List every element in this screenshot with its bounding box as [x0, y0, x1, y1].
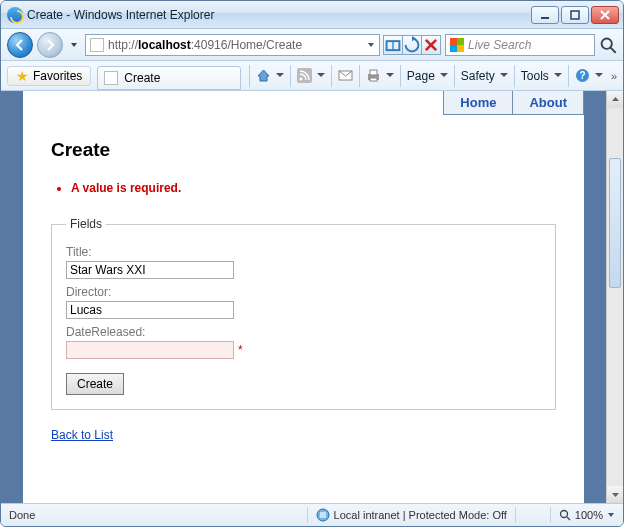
toolbar-overflow-icon[interactable]: » [611, 70, 617, 82]
status-zone: Local intranet | Protected Mode: Off [308, 508, 515, 522]
svg-rect-23 [320, 512, 326, 518]
address-dropdown-icon[interactable] [367, 38, 375, 52]
status-bar: Done Local intranet | Protected Mode: Of… [1, 503, 623, 526]
search-box[interactable]: Live Search [445, 34, 595, 56]
create-button[interactable]: Create [66, 373, 124, 395]
svg-rect-8 [450, 38, 457, 45]
datereleased-input[interactable] [66, 341, 234, 359]
page: Home About Create A value is required. F… [1, 91, 606, 503]
nav-home[interactable]: Home [443, 91, 513, 115]
field-datereleased: DateReleased: * [66, 325, 541, 359]
tab-title: Create [124, 71, 160, 85]
search-provider-icon [450, 38, 464, 52]
search-placeholder: Live Search [468, 38, 531, 52]
refresh-button[interactable] [402, 35, 422, 55]
safety-menu-button[interactable]: Safety [457, 65, 512, 87]
scroll-up-button[interactable] [607, 91, 623, 108]
validation-error: A value is required. [71, 181, 556, 195]
svg-line-13 [611, 47, 616, 52]
fieldset-legend: Fields [66, 217, 106, 231]
svg-point-24 [560, 511, 567, 518]
svg-point-12 [602, 38, 612, 48]
field-title: Title: [66, 245, 541, 279]
director-input[interactable] [66, 301, 234, 319]
forward-button[interactable] [37, 32, 63, 58]
datereleased-label: DateReleased: [66, 325, 541, 339]
url-prefix: http:// [108, 38, 138, 52]
ie-icon [7, 7, 23, 23]
nav-about[interactable]: About [513, 91, 584, 115]
star-icon: ★ [16, 69, 29, 83]
required-marker: * [238, 343, 243, 357]
address-url: http://localhost:40916/Home/Create [108, 38, 363, 52]
tab-page-icon [104, 71, 118, 85]
zoom-icon [559, 509, 571, 521]
close-button[interactable] [591, 6, 619, 24]
viewport: Home About Create A value is required. F… [1, 91, 623, 503]
svg-point-15 [299, 78, 302, 81]
window-title: Create - Windows Internet Explorer [27, 8, 214, 22]
print-button[interactable] [362, 65, 398, 87]
chevron-down-icon [607, 511, 615, 519]
search-go-button[interactable] [599, 36, 617, 54]
svg-rect-1 [571, 11, 579, 19]
title-label: Title: [66, 245, 541, 259]
scroll-down-button[interactable] [607, 486, 623, 503]
navbar: http://localhost:40916/Home/Create Live … [1, 29, 623, 61]
page-menu-button[interactable]: Page [403, 65, 452, 87]
window: Create - Windows Internet Explorer [0, 0, 624, 527]
fields-fieldset: Fields Title: Director: DateReleased: [51, 217, 556, 410]
site-nav: Home About [443, 91, 584, 115]
svg-rect-9 [457, 38, 464, 45]
field-director: Director: [66, 285, 541, 319]
back-to-list-link[interactable]: Back to List [51, 428, 113, 442]
history-dropdown[interactable] [67, 34, 81, 56]
url-rest: :40916/Home/Create [191, 38, 302, 52]
svg-rect-11 [457, 45, 464, 52]
help-button[interactable]: ? [571, 65, 607, 87]
minimize-button[interactable] [531, 6, 559, 24]
back-button[interactable] [7, 32, 33, 58]
window-buttons [531, 6, 619, 24]
feeds-button[interactable] [293, 65, 329, 87]
address-buttons [384, 35, 441, 55]
director-label: Director: [66, 285, 541, 299]
scroll-thumb[interactable] [609, 158, 621, 288]
validation-summary: A value is required. [71, 181, 556, 195]
zone-icon [316, 508, 330, 522]
svg-line-25 [567, 517, 570, 520]
page-heading: Create [51, 139, 556, 161]
tools-menu-button[interactable]: Tools [517, 65, 566, 87]
zoom-value: 100% [575, 509, 603, 521]
browser-tab[interactable]: Create [97, 66, 240, 90]
stop-button[interactable] [421, 35, 441, 55]
title-input[interactable] [66, 261, 234, 279]
compat-view-button[interactable] [383, 35, 403, 55]
favorites-button[interactable]: ★ Favorites [7, 66, 91, 86]
svg-rect-10 [450, 45, 457, 52]
scroll-track[interactable] [607, 108, 623, 486]
maximize-button[interactable] [561, 6, 589, 24]
zoom-control[interactable]: 100% [551, 509, 623, 521]
svg-rect-19 [370, 78, 377, 81]
read-mail-button[interactable] [334, 65, 357, 87]
favorites-label: Favorites [33, 69, 82, 83]
vertical-scrollbar[interactable] [606, 91, 623, 503]
url-host: localhost [138, 38, 191, 52]
page-icon [90, 38, 104, 52]
address-bar[interactable]: http://localhost:40916/Home/Create [85, 34, 380, 56]
command-bar: Page Safety Tools ? » [247, 65, 617, 87]
home-button[interactable] [252, 65, 288, 87]
favorites-bar: ★ Favorites Create [1, 61, 623, 91]
svg-rect-18 [370, 70, 377, 75]
status-done: Done [1, 509, 43, 521]
svg-text:?: ? [579, 70, 585, 81]
titlebar: Create - Windows Internet Explorer [1, 1, 623, 29]
